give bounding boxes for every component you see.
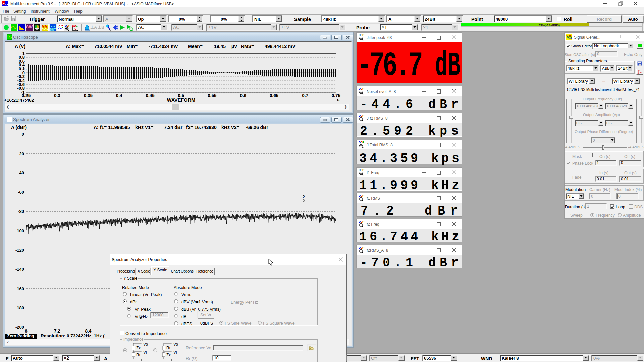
svg-text:Rr: Rr — [136, 353, 141, 357]
svg-text:Rr: Rr — [166, 346, 171, 350]
svg-text:Zx: Zx — [136, 346, 141, 350]
svg-text:Zx: Zx — [166, 353, 171, 357]
svg-text:Vi: Vi — [173, 350, 177, 355]
svg-text:Vo: Vo — [173, 343, 178, 347]
svg-text:Vo: Vo — [143, 343, 148, 347]
svg-text:Vi: Vi — [143, 350, 147, 355]
